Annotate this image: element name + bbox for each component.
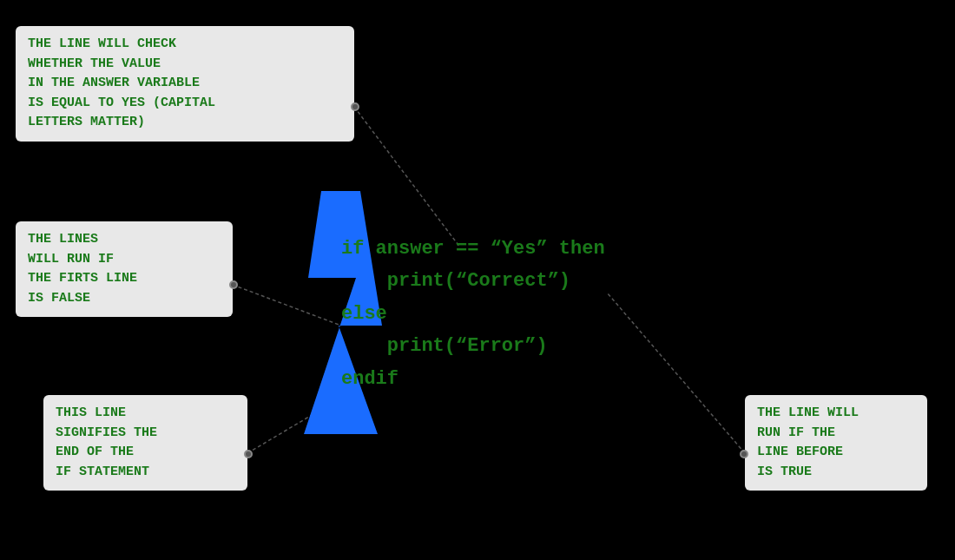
code-line-3: else	[341, 298, 605, 330]
box-top-left-dot	[351, 102, 359, 111]
box-bottom-left-dot	[244, 450, 253, 458]
box-middle-left-dot	[229, 280, 238, 289]
box-middle-left-text: THE LINES WILL RUN IF THE FIRTS LINE IS …	[28, 232, 137, 306]
box-bottom-right-text: THE LINE WILL RUN IF THE LINE BEFORE IS …	[757, 405, 859, 479]
code-line-4: print(“Error”)	[341, 330, 605, 362]
svg-line-3	[608, 293, 745, 453]
box-top-left-text: THE LINE WILL CHECK WHETHER THE VALUE IN…	[28, 36, 215, 129]
box-top-left: THE LINE WILL CHECK WHETHER THE VALUE IN…	[16, 26, 354, 142]
box-bottom-right: THE LINE WILL RUN IF THE LINE BEFORE IS …	[745, 395, 927, 491]
code-line-5: endif	[341, 363, 605, 395]
box-bottom-right-dot	[740, 450, 748, 458]
box-middle-left: THE LINES WILL RUN IF THE FIRTS LINE IS …	[16, 221, 233, 317]
code-line-1: if answer == “Yes” then	[341, 233, 605, 265]
code-block: if answer == “Yes” then print(“Correct”)…	[341, 233, 605, 395]
box-bottom-left: THIS LINE SIGNIFIES THE END OF THE IF ST…	[43, 395, 247, 491]
code-line-2: print(“Correct”)	[341, 265, 605, 297]
box-bottom-left-text: THIS LINE SIGNIFIES THE END OF THE IF ST…	[56, 405, 157, 479]
